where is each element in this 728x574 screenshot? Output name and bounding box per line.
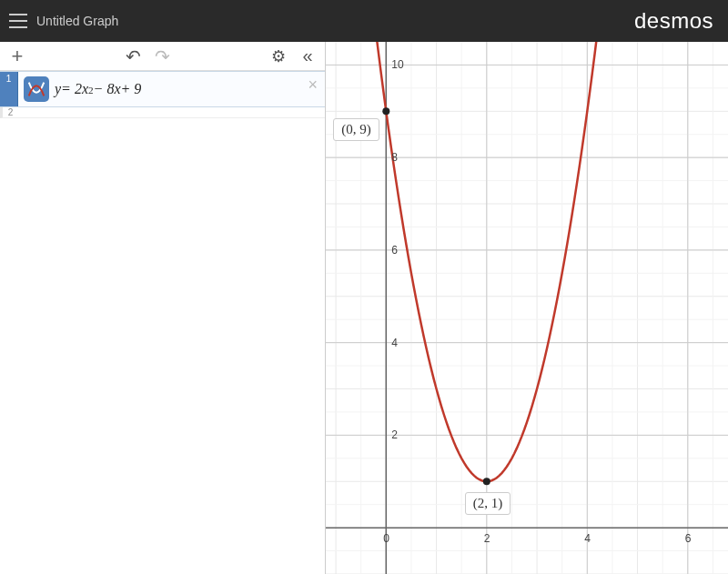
redo-button[interactable]: ↷ — [151, 45, 175, 67]
axis-tick-x: 2 — [484, 532, 490, 545]
axis-tick-x: 6 — [685, 532, 692, 545]
axis-tick-y: 6 — [391, 244, 398, 257]
expression-row-empty[interactable]: 2 — [0, 107, 325, 118]
expression-toolbar: + ↶ ↷ ⚙ « — [0, 42, 325, 71]
expression-index-next: 2 — [3, 107, 18, 117]
svg-rect-0 — [26, 79, 46, 99]
gear-icon: ⚙ — [271, 46, 286, 66]
svg-point-52 — [382, 107, 389, 115]
app-header: desmos — [0, 0, 728, 42]
remove-expression-button[interactable]: × — [308, 76, 318, 95]
axis-tick-y: 8 — [391, 151, 398, 164]
expression-row[interactable]: 1 y = 2x2 − 8x + 9 × — [0, 71, 325, 107]
add-expression-button[interactable]: + — [5, 45, 29, 67]
point-label: (0, 9) — [333, 118, 379, 141]
axis-tick-y: 2 — [391, 428, 398, 441]
brand-logo: desmos — [634, 8, 719, 34]
axis-tick-y: 4 — [391, 337, 398, 349]
axis-tick-x: 0 — [383, 532, 389, 545]
graph-title-input[interactable] — [36, 14, 218, 28]
axis-tick-y: 10 — [391, 58, 403, 71]
settings-button[interactable]: ⚙ — [267, 45, 290, 67]
collapse-panel-button[interactable]: « — [296, 45, 319, 67]
undo-button[interactable]: ↶ — [122, 45, 146, 67]
expression-list: 1 y = 2x2 − 8x + 9 × 2 — [0, 71, 325, 574]
svg-point-53 — [483, 478, 490, 485]
axis-tick-x: 4 — [584, 532, 591, 545]
expression-formula[interactable]: y = 2x2 − 8x + 9 — [55, 81, 141, 97]
expression-color-icon[interactable] — [24, 76, 49, 102]
graph-canvas[interactable]: 0246246810(0, 9)(2, 1) — [326, 42, 728, 574]
expression-index: 1 — [0, 72, 18, 106]
close-icon: × — [308, 76, 318, 94]
point-label: (2, 1) — [465, 492, 511, 515]
menu-icon[interactable] — [9, 14, 27, 28]
parabola-icon — [26, 79, 46, 99]
expression-panel: + ↶ ↷ ⚙ « 1 — [0, 42, 326, 574]
